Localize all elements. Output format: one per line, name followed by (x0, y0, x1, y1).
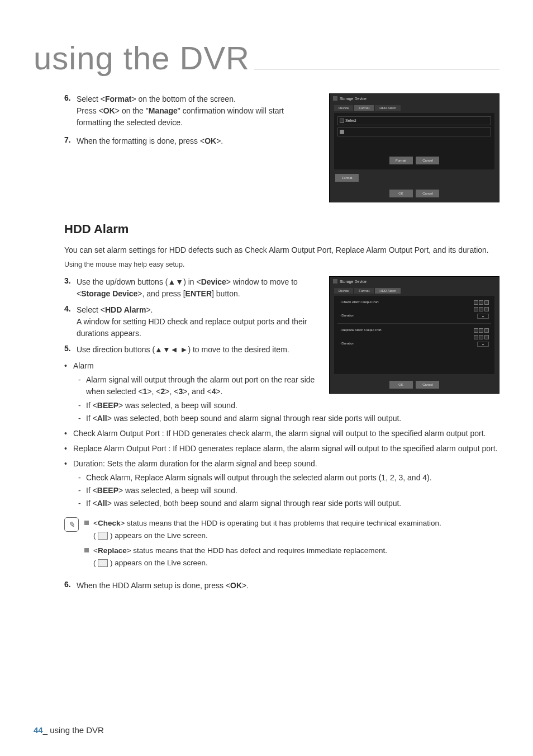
dash-icon: - (78, 472, 86, 484)
dash-beep: If <BEEP> was selected, a beep will soun… (86, 400, 237, 412)
title-rule (254, 69, 499, 69)
step-5-text: Use direction buttons (▲▼◄ ►) to move to… (77, 344, 289, 356)
dash-icon: - (78, 374, 86, 398)
step-4-text: Select <HDD Alarm>. A window for setting… (77, 304, 318, 339)
page-title: using the DVR (34, 39, 250, 77)
hdd-check-icon (98, 532, 108, 540)
page-number: 44 (34, 725, 43, 735)
bullet-icon: • (64, 443, 73, 455)
step-6b-text: When the HDD Alarm setup is done, press … (77, 580, 249, 592)
step-4-num: 4. (64, 304, 77, 339)
note-replace: <Replace> status means that the HDD has … (93, 545, 387, 569)
step-3-text: Use the up/down buttons (▲▼) in <Device>… (77, 276, 318, 300)
tab-hdd-alarm: HDD Alarm (375, 105, 401, 111)
para-mouse-tip: Using the mouse may help easy setup. (64, 261, 499, 268)
ok-button: OK (389, 381, 413, 389)
dash-dur-beep: If <BEEP> was selected, a beep will soun… (86, 485, 237, 497)
bullet-check-port: Check Alarm Output Port : If HDD generat… (73, 428, 486, 440)
bullet-icon: • (64, 458, 73, 470)
tab-device: Device (334, 288, 353, 294)
cancel-button: Cancel (416, 381, 439, 389)
tab-hdd-alarm: HDD Alarm (375, 288, 401, 294)
hdd-replace-icon (98, 559, 108, 567)
step-7-num: 7. (64, 135, 77, 147)
dash-dur-all: If <All> was selected, both beep sound a… (86, 498, 401, 509)
dash-icon: - (78, 400, 86, 412)
page-footer: 44_ using the DVR (34, 725, 104, 735)
cancel-button: Cancel (416, 157, 439, 164)
screenshot-hdd-alarm: Storage Device Device Format HDD Alarm ·… (329, 276, 499, 394)
step-6-text: Select <Format> on the bottom of the scr… (77, 93, 318, 129)
bullet-replace-port: Replace Alarm Output Port : If HDD gener… (73, 443, 497, 455)
para-intro: You can set alarm settings for HDD defec… (64, 244, 499, 256)
step-5-num: 5. (64, 344, 77, 356)
tab-device: Device (334, 105, 353, 111)
square-bullet-icon (84, 521, 89, 525)
dash-icon: - (78, 413, 86, 424)
bullet-icon: • (64, 360, 73, 372)
dash-icon: - (78, 485, 86, 497)
dash-icon: - (78, 498, 86, 509)
checkbox-icon (340, 119, 344, 123)
heading-hdd-alarm: HDD Alarm (64, 222, 499, 237)
step-7-text: When the formatting is done, press <OK>. (77, 135, 223, 147)
screenshot-format: Storage Device Device Format HDD Alarm S… (329, 93, 499, 202)
bullet-duration: Duration: Sets the alarm duration for th… (73, 458, 317, 470)
checkbox-icon (340, 130, 344, 134)
step-6b-num: 6. (64, 580, 77, 592)
format-side-button: Format (335, 174, 359, 182)
dash-dur-signals: Check Alarm, Replace Alarm signals will … (86, 472, 432, 484)
dash-all: If <All> was selected, both beep sound a… (86, 413, 401, 424)
format-button: Format (389, 157, 413, 164)
square-bullet-icon (84, 548, 89, 552)
bullet-alarm: Alarm (73, 360, 94, 372)
tab-format: Format (354, 105, 374, 111)
ok-button: OK (389, 190, 413, 197)
step-6-num: 6. (64, 93, 77, 129)
tab-format: Format (354, 288, 374, 294)
bullet-icon: • (64, 428, 73, 440)
note-icon: ✎ (64, 517, 79, 532)
step-3-num: 3. (64, 276, 77, 300)
dash-alarm-signal: Alarm signal will output through the ala… (86, 374, 318, 398)
cancel-button: Cancel (416, 190, 439, 197)
note-check: <Check> status means that the HDD is ope… (93, 517, 441, 541)
